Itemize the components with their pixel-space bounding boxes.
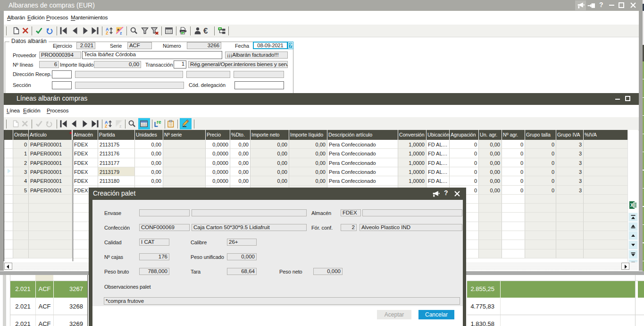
svg-text:re: re bbox=[157, 120, 161, 125]
svg-text:Z: Z bbox=[106, 31, 109, 34]
svg-text:€: € bbox=[203, 27, 208, 34]
svg-text:Z: Z bbox=[105, 124, 108, 128]
svg-text:z: z bbox=[120, 31, 122, 35]
svg-text:z: z bbox=[119, 124, 121, 128]
svg-text:X: X bbox=[630, 203, 634, 208]
